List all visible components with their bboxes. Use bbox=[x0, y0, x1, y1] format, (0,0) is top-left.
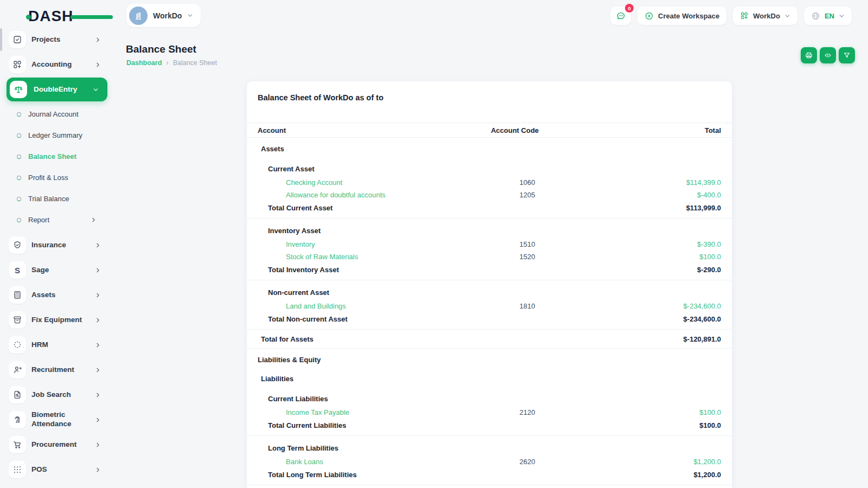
brand-logo[interactable]: DASH bbox=[28, 8, 73, 25]
brand-logo-bar bbox=[71, 15, 113, 19]
table-heading-row: Liabilities & Equity bbox=[247, 351, 732, 368]
chevron-down-icon bbox=[784, 13, 790, 19]
workspace-menu-button[interactable]: WorkDo bbox=[733, 7, 797, 25]
sidebar-item-pos[interactable]: POS bbox=[0, 457, 115, 482]
sidebar-subitem-label: Ledger Summary bbox=[28, 131, 82, 139]
row-label: Liabilities bbox=[258, 375, 461, 383]
workspace-menu-label: WorkDo bbox=[753, 12, 780, 20]
row-total: $-400.0 bbox=[569, 191, 721, 199]
balance-sheet-card: Balance Sheet of WorkDo as of to Account… bbox=[247, 81, 732, 488]
sidebar-item-sage[interactable]: SSage bbox=[0, 258, 115, 282]
row-label: Total for Assets bbox=[258, 335, 461, 343]
table-account-row: Land and Buildings1810$-234,600.0 bbox=[247, 300, 732, 312]
table-total-row: Total Current Asset$113,999.0 bbox=[247, 201, 732, 214]
chat-icon bbox=[616, 11, 626, 21]
table-account-row: Income Tax Payable2120$100.0 bbox=[247, 406, 732, 419]
breadcrumb-dashboard-link[interactable]: Dashboard bbox=[126, 59, 162, 67]
calculator-icon bbox=[9, 286, 26, 304]
fingerprint-icon bbox=[9, 411, 26, 428]
account-code: 2620 bbox=[461, 458, 569, 466]
sidebar-item-biometric-attendance[interactable]: Biometric Attendance bbox=[0, 407, 115, 432]
row-total: $100.0 bbox=[569, 253, 721, 261]
sidebar-subitem-ledger-summary[interactable]: Ledger Summary bbox=[0, 125, 115, 146]
sidebar-item-accounting[interactable]: Accounting bbox=[0, 52, 115, 77]
sidebar-subitem-profit-loss[interactable]: Profit & Loss bbox=[0, 167, 115, 188]
create-workspace-button[interactable]: Create Workspace bbox=[637, 7, 726, 25]
language-selector[interactable]: EN bbox=[804, 7, 852, 25]
account-label: Bank Loans bbox=[258, 458, 461, 466]
sidebar-item-assets[interactable]: Assets bbox=[0, 282, 115, 307]
table-subheading-row: Inventory Asset bbox=[247, 223, 732, 238]
chevron-right-icon bbox=[91, 217, 97, 223]
account-label: Stock of Raw Materials bbox=[258, 253, 461, 261]
sidebar-subitem-journal-account[interactable]: Journal Account bbox=[0, 104, 115, 125]
row-label: Current Asset bbox=[258, 165, 461, 173]
sidebar-item-procurement[interactable]: Procurement bbox=[0, 432, 115, 457]
table-grand-row: Total for Assets$-120,891.0 bbox=[247, 332, 732, 345]
account-link[interactable]: Land and Buildings bbox=[286, 302, 346, 310]
page-title: Balance Sheet bbox=[126, 43, 196, 55]
chevron-right-icon bbox=[95, 317, 101, 323]
chevron-right-icon bbox=[95, 367, 101, 373]
circle-bullet-icon bbox=[17, 155, 21, 159]
shield-check-icon bbox=[9, 236, 26, 254]
messages-button[interactable]: 0 bbox=[610, 7, 631, 25]
card-actions bbox=[801, 47, 855, 63]
chevron-right-icon bbox=[95, 442, 101, 448]
table-subheading-row: Current Asset bbox=[247, 161, 732, 176]
circle-bullet-icon bbox=[17, 112, 21, 117]
col-account-code: Account Code bbox=[461, 126, 569, 134]
card-title: Balance Sheet of WorkDo as of to bbox=[247, 81, 732, 102]
account-code: 1510 bbox=[461, 240, 569, 248]
grid-plus-icon bbox=[9, 56, 26, 73]
account-code: 1520 bbox=[461, 253, 569, 261]
toggle-columns-button[interactable] bbox=[820, 47, 836, 63]
sidebar-subitem-label: Journal Account bbox=[28, 110, 79, 118]
sidebar-item-label: HRM bbox=[31, 341, 48, 350]
sidebar-item-hrm[interactable]: HRM bbox=[0, 332, 115, 357]
app-root: DASH ProjectsAccountingDoubleEntryJourna… bbox=[0, 0, 868, 488]
account-link[interactable]: Stock of Raw Materials bbox=[286, 253, 358, 261]
row-label: Total Current Liabilities bbox=[258, 421, 461, 429]
col-account: Account bbox=[258, 126, 461, 134]
sidebar-item-job-search[interactable]: Job Search bbox=[0, 382, 115, 407]
sidebar-item-label: Sage bbox=[31, 266, 49, 275]
col-total: Total bbox=[569, 126, 721, 134]
account-link[interactable]: Allowance for doubtful accounts bbox=[286, 191, 386, 199]
table-account-row: Checking Account1060$114,399.0 bbox=[247, 176, 732, 189]
row-total: $1,200.0 bbox=[569, 471, 721, 479]
table-subheading-row: Current Liabilities bbox=[247, 391, 732, 406]
file-search-icon bbox=[9, 386, 26, 403]
table-group: Inventory AssetInventory1510$-390.0Stock… bbox=[247, 219, 732, 280]
sidebar-subitem-report[interactable]: Report bbox=[0, 209, 115, 230]
user-plus-icon bbox=[9, 361, 26, 378]
grid-dots-icon bbox=[9, 461, 26, 478]
sidebar-item-projects[interactable]: Projects bbox=[0, 27, 115, 52]
row-total: $1,200.0 bbox=[569, 458, 721, 466]
chevron-right-icon bbox=[95, 292, 101, 298]
filter-button[interactable] bbox=[839, 47, 855, 63]
account-label: Inventory bbox=[258, 240, 461, 248]
row-label: Non-current Asset bbox=[258, 288, 461, 297]
print-button[interactable] bbox=[801, 47, 817, 63]
chevron-right-icon bbox=[95, 267, 101, 273]
account-link[interactable]: Bank Loans bbox=[286, 458, 323, 466]
row-label: Liabilities & Equity bbox=[258, 356, 461, 364]
account-link[interactable]: Inventory bbox=[286, 240, 315, 248]
sidebar-item-double-entry[interactable]: DoubleEntry bbox=[7, 78, 107, 101]
account-link[interactable]: Income Tax Payable bbox=[286, 408, 349, 416]
sidebar-item-recruitment[interactable]: Recruitment bbox=[0, 357, 115, 382]
account-link[interactable]: Checking Account bbox=[286, 178, 342, 187]
row-label: Total Inventory Asset bbox=[258, 266, 461, 274]
cart-icon bbox=[9, 436, 26, 453]
sidebar-subitem-trial-balance[interactable]: Trial Balance bbox=[0, 188, 115, 209]
table-group: Current AssetChecking Account1060$114,39… bbox=[247, 157, 732, 219]
table-header-row: Account Account Code Total bbox=[247, 123, 732, 138]
sidebar-item-insurance[interactable]: Insurance bbox=[0, 233, 115, 258]
sidebar-item-fix-equipment[interactable]: Fix Equipment bbox=[0, 307, 115, 332]
table-total-row: Total Current Liabilities$100.0 bbox=[247, 419, 732, 432]
sidebar-subitem-balance-sheet[interactable]: Balance Sheet bbox=[0, 146, 115, 167]
row-total: $113,999.0 bbox=[569, 204, 721, 212]
main-content: Balance Sheet Dashboard › Balance Sheet … bbox=[115, 31, 868, 488]
workspace-selector[interactable]: WorkDo bbox=[126, 4, 201, 27]
